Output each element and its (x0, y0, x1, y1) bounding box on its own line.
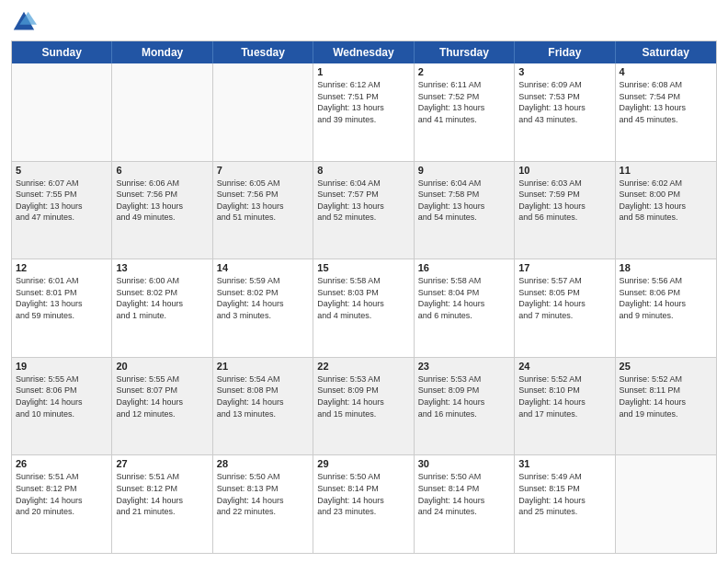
calendar-row-2: 12Sunrise: 6:01 AM Sunset: 8:01 PM Dayli… (12, 259, 716, 358)
empty-cell-0-1 (112, 63, 212, 161)
day-info: Sunrise: 5:55 AM Sunset: 8:06 PM Dayligh… (16, 373, 108, 419)
day-cell-10: 10Sunrise: 6:03 AM Sunset: 7:59 PM Dayli… (515, 162, 615, 259)
day-number: 3 (518, 66, 610, 77)
day-info: Sunrise: 6:06 AM Sunset: 7:56 PM Dayligh… (116, 178, 208, 224)
day-cell-12: 12Sunrise: 6:01 AM Sunset: 8:01 PM Dayli… (12, 259, 112, 357)
day-cell-26: 26Sunrise: 5:51 AM Sunset: 8:12 PM Dayli… (12, 455, 112, 553)
day-info: Sunrise: 5:51 AM Sunset: 8:12 PM Dayligh… (16, 471, 108, 517)
day-number: 12 (16, 262, 108, 273)
day-cell-6: 6Sunrise: 6:06 AM Sunset: 7:56 PM Daylig… (112, 162, 212, 259)
day-info: Sunrise: 6:11 AM Sunset: 7:52 PM Dayligh… (418, 79, 510, 125)
weekday-header-tuesday: Tuesday (213, 41, 313, 63)
day-number: 4 (620, 66, 712, 77)
calendar-row-4: 26Sunrise: 5:51 AM Sunset: 8:12 PM Dayli… (12, 455, 716, 553)
day-number: 31 (518, 458, 610, 469)
day-cell-4: 4Sunrise: 6:08 AM Sunset: 7:54 PM Daylig… (616, 63, 716, 161)
day-cell-27: 27Sunrise: 5:51 AM Sunset: 8:12 PM Dayli… (112, 455, 212, 553)
weekday-header-thursday: Thursday (415, 41, 515, 63)
day-number: 19 (16, 361, 108, 372)
day-info: Sunrise: 6:02 AM Sunset: 8:00 PM Dayligh… (620, 178, 712, 224)
day-info: Sunrise: 6:03 AM Sunset: 7:59 PM Dayligh… (518, 178, 610, 224)
day-cell-20: 20Sunrise: 5:55 AM Sunset: 8:07 PM Dayli… (112, 358, 212, 455)
day-number: 26 (16, 458, 108, 469)
day-info: Sunrise: 5:59 AM Sunset: 8:02 PM Dayligh… (217, 275, 309, 321)
day-number: 24 (518, 361, 610, 372)
empty-cell-0-0 (12, 63, 112, 161)
day-info: Sunrise: 6:01 AM Sunset: 8:01 PM Dayligh… (16, 275, 108, 321)
day-number: 1 (317, 66, 409, 77)
day-cell-1: 1Sunrise: 6:12 AM Sunset: 7:51 PM Daylig… (313, 63, 414, 161)
day-cell-3: 3Sunrise: 6:09 AM Sunset: 7:53 PM Daylig… (515, 63, 615, 161)
weekday-header-saturday: Saturday (616, 41, 716, 63)
day-info: Sunrise: 5:57 AM Sunset: 8:05 PM Dayligh… (518, 275, 610, 321)
weekday-header-wednesday: Wednesday (313, 41, 414, 63)
day-info: Sunrise: 6:04 AM Sunset: 7:57 PM Dayligh… (317, 178, 409, 224)
empty-cell-4-6 (616, 455, 716, 553)
day-info: Sunrise: 5:53 AM Sunset: 8:09 PM Dayligh… (317, 373, 409, 419)
day-cell-16: 16Sunrise: 5:58 AM Sunset: 8:04 PM Dayli… (415, 259, 515, 357)
day-info: Sunrise: 5:53 AM Sunset: 8:09 PM Dayligh… (418, 373, 510, 419)
day-cell-2: 2Sunrise: 6:11 AM Sunset: 7:52 PM Daylig… (415, 63, 515, 161)
day-cell-7: 7Sunrise: 6:05 AM Sunset: 7:56 PM Daylig… (213, 162, 313, 259)
day-number: 21 (217, 361, 309, 372)
day-cell-23: 23Sunrise: 5:53 AM Sunset: 8:09 PM Dayli… (415, 358, 515, 455)
day-number: 2 (418, 66, 510, 77)
day-cell-17: 17Sunrise: 5:57 AM Sunset: 8:05 PM Dayli… (515, 259, 615, 357)
day-info: Sunrise: 5:49 AM Sunset: 8:15 PM Dayligh… (518, 471, 610, 517)
day-info: Sunrise: 5:50 AM Sunset: 8:13 PM Dayligh… (217, 471, 309, 517)
calendar-body: 1Sunrise: 6:12 AM Sunset: 7:51 PM Daylig… (12, 63, 716, 553)
day-cell-11: 11Sunrise: 6:02 AM Sunset: 8:00 PM Dayli… (616, 162, 716, 259)
day-number: 28 (217, 458, 309, 469)
day-number: 8 (317, 165, 409, 176)
day-cell-22: 22Sunrise: 5:53 AM Sunset: 8:09 PM Dayli… (313, 358, 414, 455)
day-cell-25: 25Sunrise: 5:52 AM Sunset: 8:11 PM Dayli… (616, 358, 716, 455)
logo (11, 9, 40, 35)
day-info: Sunrise: 5:58 AM Sunset: 8:03 PM Dayligh… (317, 275, 409, 321)
header (11, 9, 717, 35)
day-info: Sunrise: 6:08 AM Sunset: 7:54 PM Dayligh… (620, 79, 712, 125)
day-number: 6 (116, 165, 208, 176)
day-cell-19: 19Sunrise: 5:55 AM Sunset: 8:06 PM Dayli… (12, 358, 112, 455)
day-number: 11 (620, 165, 712, 176)
day-cell-31: 31Sunrise: 5:49 AM Sunset: 8:15 PM Dayli… (515, 455, 615, 553)
page: SundayMondayTuesdayWednesdayThursdayFrid… (0, 0, 728, 563)
day-number: 14 (217, 262, 309, 273)
weekday-header-friday: Friday (515, 41, 615, 63)
day-cell-24: 24Sunrise: 5:52 AM Sunset: 8:10 PM Dayli… (515, 358, 615, 455)
logo-icon (11, 9, 37, 35)
day-number: 10 (518, 165, 610, 176)
weekday-header-sunday: Sunday (12, 41, 112, 63)
calendar-row-3: 19Sunrise: 5:55 AM Sunset: 8:06 PM Dayli… (12, 358, 716, 456)
day-cell-18: 18Sunrise: 5:56 AM Sunset: 8:06 PM Dayli… (616, 259, 716, 357)
day-number: 9 (418, 165, 510, 176)
day-cell-15: 15Sunrise: 5:58 AM Sunset: 8:03 PM Dayli… (313, 259, 414, 357)
day-number: 18 (620, 262, 712, 273)
day-number: 27 (116, 458, 208, 469)
day-cell-13: 13Sunrise: 6:00 AM Sunset: 8:02 PM Dayli… (112, 259, 212, 357)
day-info: Sunrise: 5:50 AM Sunset: 8:14 PM Dayligh… (317, 471, 409, 517)
calendar-row-1: 5Sunrise: 6:07 AM Sunset: 7:55 PM Daylig… (12, 162, 716, 260)
day-cell-8: 8Sunrise: 6:04 AM Sunset: 7:57 PM Daylig… (313, 162, 414, 259)
day-cell-9: 9Sunrise: 6:04 AM Sunset: 7:58 PM Daylig… (415, 162, 515, 259)
day-cell-28: 28Sunrise: 5:50 AM Sunset: 8:13 PM Dayli… (213, 455, 313, 553)
day-number: 5 (16, 165, 108, 176)
day-number: 22 (317, 361, 409, 372)
day-number: 17 (518, 262, 610, 273)
day-info: Sunrise: 5:58 AM Sunset: 8:04 PM Dayligh… (418, 275, 510, 321)
day-info: Sunrise: 6:00 AM Sunset: 8:02 PM Dayligh… (116, 275, 208, 321)
day-number: 20 (116, 361, 208, 372)
day-info: Sunrise: 5:52 AM Sunset: 8:10 PM Dayligh… (518, 373, 610, 419)
calendar: SundayMondayTuesdayWednesdayThursdayFrid… (11, 40, 717, 554)
day-info: Sunrise: 5:52 AM Sunset: 8:11 PM Dayligh… (620, 373, 712, 419)
day-cell-14: 14Sunrise: 5:59 AM Sunset: 8:02 PM Dayli… (213, 259, 313, 357)
day-cell-5: 5Sunrise: 6:07 AM Sunset: 7:55 PM Daylig… (12, 162, 112, 259)
day-cell-21: 21Sunrise: 5:54 AM Sunset: 8:08 PM Dayli… (213, 358, 313, 455)
day-cell-29: 29Sunrise: 5:50 AM Sunset: 8:14 PM Dayli… (313, 455, 414, 553)
day-number: 25 (620, 361, 712, 372)
day-info: Sunrise: 5:51 AM Sunset: 8:12 PM Dayligh… (116, 471, 208, 517)
day-info: Sunrise: 5:50 AM Sunset: 8:14 PM Dayligh… (418, 471, 510, 517)
weekday-header-monday: Monday (112, 41, 212, 63)
day-info: Sunrise: 6:09 AM Sunset: 7:53 PM Dayligh… (518, 79, 610, 125)
day-number: 30 (418, 458, 510, 469)
empty-cell-0-2 (213, 63, 313, 161)
